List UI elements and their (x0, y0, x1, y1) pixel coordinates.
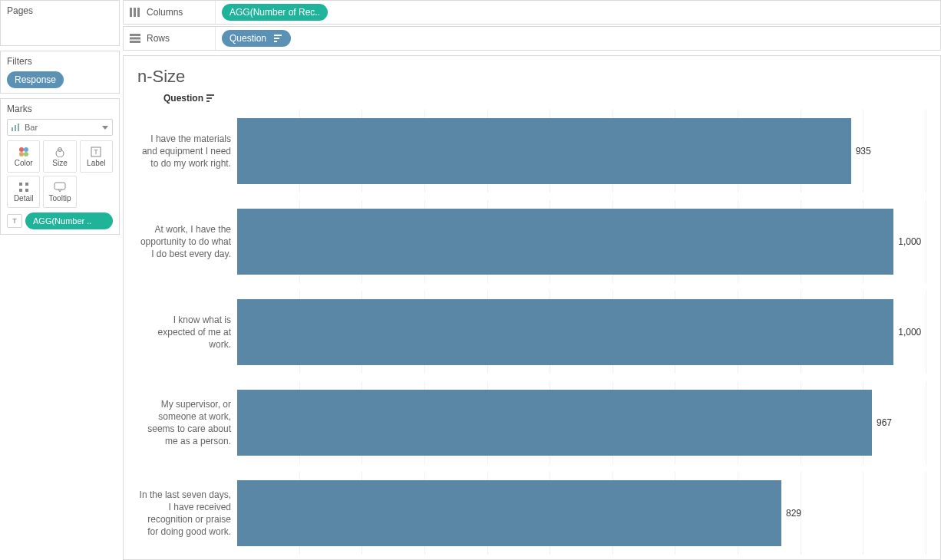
row-label[interactable]: In the last seven days, I have received … (137, 472, 237, 555)
bar-area: 1,000 (237, 291, 926, 374)
filters-title: Filters (7, 56, 113, 67)
filters-shelf[interactable]: Filters Response (0, 51, 120, 94)
svg-rect-18 (137, 8, 140, 17)
svg-rect-13 (19, 189, 22, 192)
row-label[interactable]: I have the materials and equipment I nee… (137, 110, 237, 193)
svg-rect-11 (19, 183, 22, 186)
rows-pill[interactable]: Question (222, 30, 291, 47)
marks-color-button[interactable]: Color (7, 140, 40, 173)
svg-rect-12 (25, 183, 28, 186)
svg-rect-1 (15, 125, 16, 131)
sort-desc-icon (206, 94, 216, 102)
value-label: 935 (856, 146, 871, 156)
bar[interactable]: 967 (237, 390, 872, 456)
chart-row: I know what is expected of me at work.1,… (137, 291, 926, 374)
value-label: 1,000 (898, 327, 921, 338)
chart-row: In the last seven days, I have received … (137, 472, 926, 555)
bar[interactable]: 1,000 (237, 209, 893, 275)
svg-point-3 (19, 147, 24, 152)
svg-rect-17 (134, 8, 136, 17)
bar-area: 967 (237, 381, 926, 464)
svg-rect-16 (130, 8, 132, 17)
label-encoding-icon[interactable]: T (7, 214, 22, 228)
viz-title[interactable]: n-Size (137, 67, 926, 87)
svg-rect-24 (274, 41, 277, 42)
svg-rect-14 (25, 189, 28, 192)
bar-area: 935 (237, 110, 926, 193)
bar-area: 829 (237, 472, 926, 555)
dropdown-icon (102, 126, 108, 130)
svg-rect-23 (274, 38, 279, 39)
bar-chart-icon (12, 124, 21, 131)
row-label[interactable]: At work, I have the opportunity to do wh… (137, 200, 237, 283)
marks-title: Marks (7, 104, 113, 114)
columns-shelf[interactable]: Columns AGG(Number of Rec.. (123, 0, 941, 25)
rows-icon (130, 34, 140, 43)
row-label[interactable]: My supervisor, or someone at work, seems… (137, 381, 237, 464)
bar[interactable]: 829 (237, 480, 781, 546)
pages-title: Pages (7, 5, 113, 16)
detail-icon (18, 182, 29, 193)
value-label: 829 (786, 508, 801, 519)
svg-point-5 (19, 152, 24, 156)
svg-rect-19 (130, 34, 140, 36)
mark-type-label: Bar (25, 123, 38, 132)
columns-icon (130, 8, 140, 17)
color-icon (18, 147, 29, 157)
svg-rect-27 (206, 100, 210, 102)
chart-row: I have the materials and equipment I nee… (137, 110, 926, 193)
svg-rect-0 (12, 127, 13, 131)
mark-type-select[interactable]: Bar (7, 119, 113, 136)
bar-area: 1,000 (237, 200, 926, 283)
bar-chart[interactable]: I have the materials and equipment I nee… (137, 110, 926, 560)
svg-rect-22 (274, 35, 282, 36)
axis-header[interactable]: Question (137, 93, 926, 104)
marks-detail-button[interactable]: Detail (7, 176, 40, 208)
label-icon: T (91, 147, 101, 157)
svg-rect-20 (130, 38, 140, 40)
svg-rect-15 (54, 183, 65, 189)
svg-rect-21 (130, 41, 140, 43)
svg-rect-26 (206, 97, 212, 99)
svg-text:T: T (94, 148, 99, 156)
bar[interactable]: 1,000 (237, 299, 893, 365)
svg-point-4 (24, 147, 28, 152)
chart-row: My supervisor, or someone at work, seems… (137, 381, 926, 464)
value-label: 967 (877, 417, 892, 428)
size-icon (54, 147, 66, 157)
chart-row: At work, I have the opportunity to do wh… (137, 200, 926, 283)
row-label[interactable]: I know what is expected of me at work. (137, 291, 237, 374)
filter-pill-response[interactable]: Response (7, 71, 64, 88)
sort-desc-icon (274, 35, 283, 42)
svg-point-7 (56, 150, 64, 157)
svg-rect-2 (18, 124, 19, 131)
bar[interactable]: 935 (237, 118, 851, 184)
columns-pill[interactable]: AGG(Number of Rec.. (222, 4, 328, 21)
value-label: 1,000 (898, 236, 921, 247)
columns-shelf-label: Columns (124, 1, 216, 24)
svg-rect-25 (206, 94, 214, 96)
rows-shelf[interactable]: Rows Question (123, 26, 941, 51)
marks-label-button[interactable]: T Label (80, 140, 113, 173)
svg-point-6 (24, 152, 28, 156)
pages-shelf[interactable]: Pages (0, 0, 120, 46)
marks-encoding-pill[interactable]: AGG(Number .. (25, 212, 113, 229)
tooltip-icon (54, 182, 66, 193)
marks-tooltip-button[interactable]: Tooltip (43, 176, 76, 208)
rows-shelf-label: Rows (124, 27, 216, 50)
marks-card: Marks Bar Color Size T Label De (0, 98, 120, 235)
viz-area: n-Size Question I have the materials and… (123, 55, 941, 560)
marks-size-button[interactable]: Size (43, 140, 76, 173)
